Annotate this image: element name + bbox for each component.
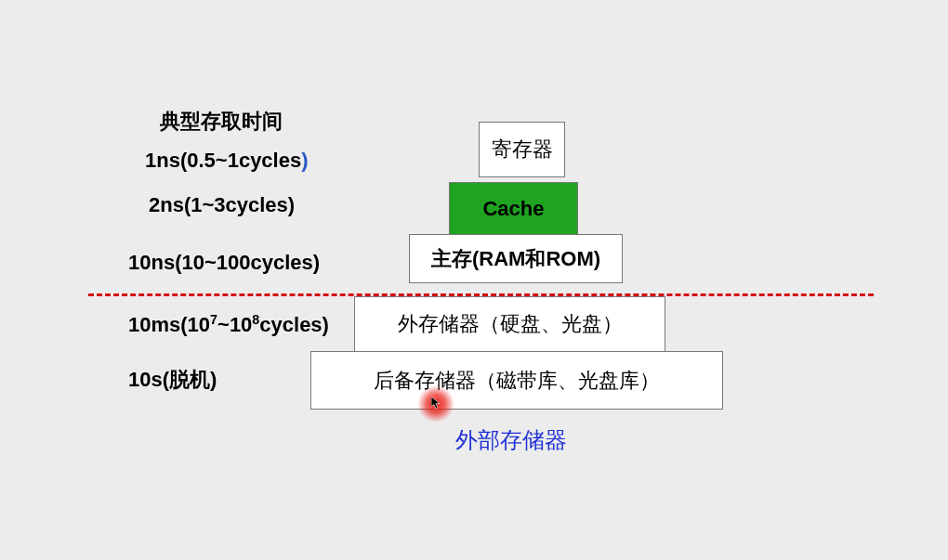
time-label-1ns-paren: ) <box>301 149 308 172</box>
footer-external-label: 外部存储器 <box>455 425 567 455</box>
t4-mid: ~10 <box>217 313 252 336</box>
t4-pre: 10ms(10 <box>128 313 210 336</box>
time-label-10s: 10s(脱机) <box>128 366 217 394</box>
box-cache: Cache <box>449 182 578 235</box>
time-label-1ns: 1ns(0.5~1cycles) <box>145 149 309 173</box>
t4-sup1: 7 <box>210 312 217 327</box>
time-label-10ns: 10ns(10~100cycles) <box>128 251 320 275</box>
diagram-title: 典型存取时间 <box>160 108 283 136</box>
time-label-2ns: 2ns(1~3cycles) <box>149 193 295 217</box>
box-register: 寄存器 <box>479 122 565 177</box>
box-main-memory: 主存(RAM和ROM) <box>409 234 623 283</box>
box-backup-storage: 后备存储器（磁带库、光盘库） <box>310 351 723 410</box>
diagram-canvas: 典型存取时间 1ns(0.5~1cycles) 2ns(1~3cycles) 1… <box>0 0 948 560</box>
t4-suf: cycles) <box>259 313 329 336</box>
time-label-1ns-text: 1ns(0.5~1cycles <box>145 149 301 172</box>
box-external-storage: 外存储器（硬盘、光盘） <box>354 296 665 352</box>
time-label-10ms: 10ms(107~108cycles) <box>128 312 329 337</box>
